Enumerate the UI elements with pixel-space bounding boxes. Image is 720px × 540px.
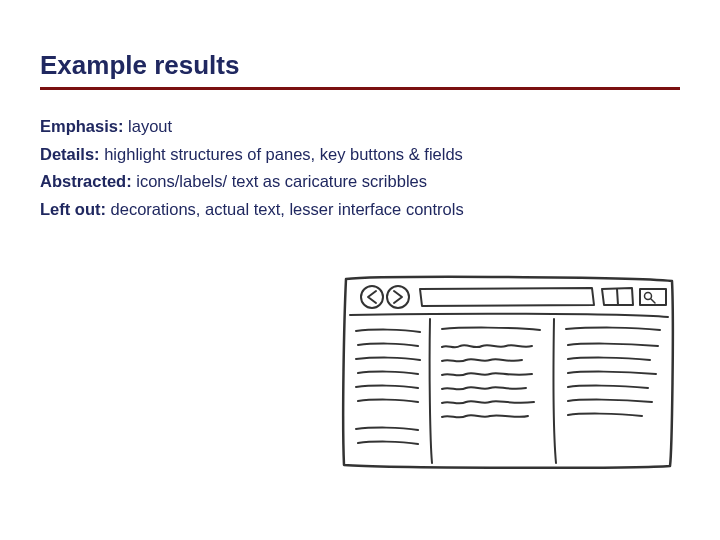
list-item-label: Left out: xyxy=(40,200,106,218)
list-item: Abstracted: icons/labels/ text as carica… xyxy=(40,169,680,195)
list-item: Details: highlight structures of panes, … xyxy=(40,142,680,168)
list-item: Left out: decorations, actual text, less… xyxy=(40,197,680,223)
slide-title: Example results xyxy=(40,50,680,81)
list-item-label: Emphasis: xyxy=(40,117,123,135)
list-item-label: Abstracted: xyxy=(40,172,132,190)
list-item-text: highlight structures of panes, key butto… xyxy=(100,145,463,163)
svg-point-1 xyxy=(387,286,409,308)
bullet-list: Emphasis: layout Details: highlight stru… xyxy=(40,114,680,222)
list-item-text: layout xyxy=(123,117,172,135)
svg-point-2 xyxy=(645,293,652,300)
list-item-text: icons/labels/ text as caricature scribbl… xyxy=(132,172,427,190)
title-underline xyxy=(40,87,680,90)
list-item: Emphasis: layout xyxy=(40,114,680,140)
list-item-text: decorations, actual text, lesser interfa… xyxy=(106,200,464,218)
svg-point-0 xyxy=(361,286,383,308)
wireframe-sketch-icon xyxy=(322,261,692,486)
list-item-label: Details: xyxy=(40,145,100,163)
